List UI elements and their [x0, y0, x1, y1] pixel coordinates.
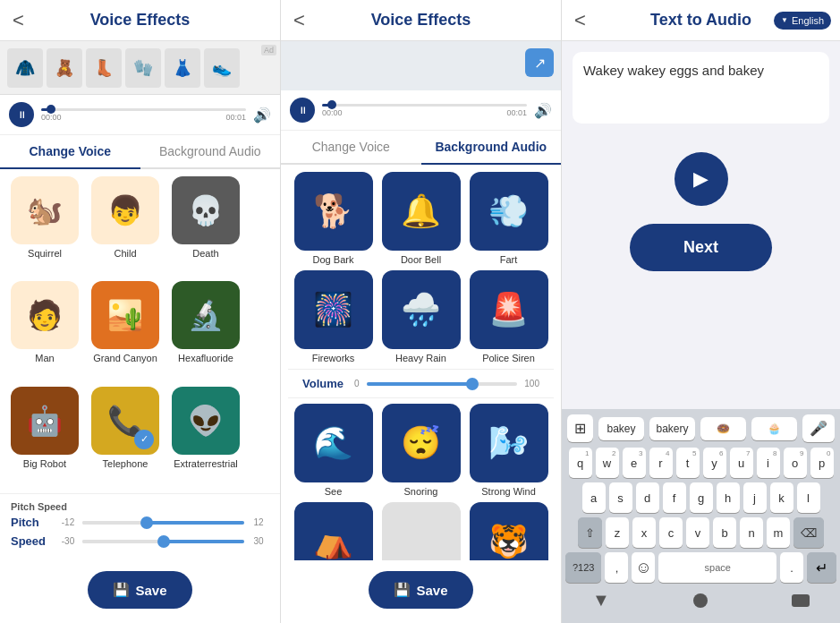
- kb-key-y[interactable]: y6: [703, 448, 726, 478]
- kb-key-a[interactable]: a: [582, 482, 606, 513]
- keyboard-emoji-1[interactable]: 🍩: [700, 417, 746, 440]
- nav-home[interactable]: [693, 593, 708, 608]
- kb-key-q[interactable]: q1: [569, 448, 592, 478]
- voice-item-extraterrestrial[interactable]: 👽 Extraterrestrial: [168, 387, 243, 486]
- pitch-thumb[interactable]: [140, 516, 153, 529]
- kb-enter-key[interactable]: ↵: [807, 552, 836, 583]
- kb-key-u[interactable]: u7: [730, 448, 753, 478]
- kb-key-e[interactable]: e3: [623, 448, 646, 478]
- bg-audio-empty: [380, 502, 462, 560]
- volume-thumb[interactable]: [466, 378, 479, 390]
- panel2-back-button[interactable]: <: [293, 9, 305, 32]
- kb-key-s[interactable]: s: [609, 482, 632, 513]
- kb-backspace-key[interactable]: ⌫: [793, 517, 824, 548]
- nav-recent[interactable]: [792, 594, 810, 607]
- pitch-slider-row: Pitch -12 12: [11, 516, 269, 529]
- english-badge[interactable]: English: [774, 12, 831, 30]
- kb-key-t[interactable]: t5: [676, 448, 700, 478]
- panel1-audio-player: ⏸ 00:00 00:01 🔊: [0, 95, 280, 135]
- voice-item-child[interactable]: 👦 Child: [88, 176, 163, 276]
- panel1-pause-button[interactable]: ⏸: [9, 102, 34, 127]
- bg-audio-fart[interactable]: 💨 Fart: [468, 172, 550, 265]
- kb-num-key[interactable]: ?123: [565, 552, 601, 583]
- panel2-pause-button[interactable]: ⏸: [290, 98, 315, 123]
- voice-thumb-death: 💀: [172, 176, 240, 244]
- keyboard-mic-button[interactable]: 🎤: [802, 414, 835, 442]
- kb-key-h[interactable]: h: [717, 482, 740, 513]
- voice-thumb-grand-canyon: 🏜️: [91, 281, 159, 349]
- panel3-text-input[interactable]: Wakey wakey eggs and bakey: [573, 52, 829, 124]
- panel2-volume-button[interactable]: 🔊: [534, 102, 552, 119]
- bg-audio-door-bell[interactable]: 🔔 Door Bell: [380, 172, 462, 265]
- panel3-back-button[interactable]: <: [574, 9, 586, 32]
- voice-item-telephone[interactable]: 📞 ✓ Telephone: [88, 387, 163, 486]
- kb-shift-key[interactable]: ⇧: [578, 517, 602, 548]
- bg-audio-summer-night[interactable]: ⛺ Summer Night: [293, 502, 375, 560]
- kb-key-v[interactable]: v: [686, 517, 709, 548]
- volume-slider-track[interactable]: [367, 382, 518, 386]
- tab-change-voice[interactable]: Change Voice: [0, 135, 140, 169]
- speed-thumb[interactable]: [157, 535, 170, 548]
- pitch-slider-track[interactable]: [82, 521, 244, 525]
- keyboard-suggestions-row: ⊞ bakey bakery 🍩 🧁 🎤: [565, 414, 836, 442]
- panel1-track-bar[interactable]: [41, 108, 246, 111]
- voice-thumb-extraterrestrial: 👽: [172, 387, 240, 455]
- nav-back-arrow[interactable]: ▼: [592, 590, 610, 610]
- bg-audio-strong-wind[interactable]: 🌬️ Strong Wind: [468, 404, 550, 497]
- panel1-volume-button[interactable]: 🔊: [253, 107, 271, 124]
- bg-audio-police-siren[interactable]: 🚨 Police Siren: [468, 270, 550, 363]
- bg-audio-snoring[interactable]: 😴 Snoring: [380, 404, 462, 497]
- voice-item-grand-canyon[interactable]: 🏜️ Grand Canyon: [88, 281, 163, 380]
- bg-audio-heavy-rain[interactable]: 🌧️ Heavy Rain: [380, 270, 462, 363]
- tab-background-audio-1[interactable]: Background Audio: [140, 135, 281, 167]
- keyboard-emoji-2[interactable]: 🧁: [751, 417, 797, 440]
- kb-key-k[interactable]: k: [770, 482, 793, 513]
- bg-audio-tiger[interactable]: 🐯 Tiger: [468, 502, 550, 560]
- panel-voice-effects-1: < Voice Effects 🧥 🧸 👢 🧤 👗 👟 Ad ⏸ 00:00 0…: [0, 0, 281, 623]
- kb-key-z[interactable]: z: [606, 517, 629, 548]
- panel2-top-area: ↗: [281, 41, 561, 90]
- bg-audio-dog-bark[interactable]: 🐕 Dog Bark: [293, 172, 375, 265]
- voice-item-death[interactable]: 💀 Death: [168, 176, 243, 276]
- direction-icon[interactable]: ↗: [525, 48, 554, 77]
- bg-audio-fireworks[interactable]: 🎆 Fireworks: [293, 270, 375, 363]
- bg-audio-see[interactable]: 🌊 See: [293, 404, 375, 497]
- kb-key-n[interactable]: n: [740, 517, 763, 548]
- panel1-save-button[interactable]: 💾 Save: [88, 571, 191, 609]
- keyboard-suggestion-bakery[interactable]: bakery: [649, 417, 695, 440]
- panel3-play-button[interactable]: ▶: [675, 152, 728, 206]
- keyboard-grid-key[interactable]: ⊞: [567, 414, 593, 442]
- speed-slider-track[interactable]: [82, 540, 244, 543]
- panel3-next-button[interactable]: Next: [630, 224, 772, 271]
- tab-change-voice-2[interactable]: Change Voice: [281, 131, 421, 163]
- kb-key-i[interactable]: i8: [757, 448, 780, 478]
- kb-emoji-key[interactable]: ☺: [632, 552, 655, 583]
- voice-item-man[interactable]: 🧑 Man: [7, 281, 82, 380]
- panel1-save-label: Save: [135, 583, 166, 598]
- kb-key-g[interactable]: g: [690, 482, 713, 513]
- keyboard-suggestion-bakey[interactable]: bakey: [598, 417, 644, 440]
- kb-comma-key[interactable]: ,: [605, 552, 628, 583]
- kb-key-p[interactable]: p0: [810, 448, 834, 478]
- kb-period-key[interactable]: .: [780, 552, 803, 583]
- kb-key-x[interactable]: x: [632, 517, 656, 548]
- kb-key-r[interactable]: r4: [649, 448, 673, 478]
- voice-item-hexafluoride[interactable]: 🔬 Hexafluoride: [168, 281, 243, 380]
- panel2-track-bar[interactable]: [322, 104, 527, 107]
- kb-key-f[interactable]: f: [663, 482, 686, 513]
- kb-key-c[interactable]: c: [659, 517, 683, 548]
- kb-key-j[interactable]: j: [743, 482, 767, 513]
- kb-space-key[interactable]: space: [658, 552, 776, 583]
- kb-key-d[interactable]: d: [636, 482, 659, 513]
- tab-background-audio-2[interactable]: Background Audio: [421, 131, 562, 165]
- voice-item-big-robot[interactable]: 🤖 Big Robot: [7, 387, 82, 486]
- kb-key-m[interactable]: m: [767, 517, 790, 548]
- bg-audio-label-snoring: Snoring: [404, 486, 438, 497]
- voice-item-squirrel[interactable]: 🐿️ Squirrel: [7, 176, 82, 276]
- kb-key-w[interactable]: w2: [596, 448, 619, 478]
- kb-key-l[interactable]: l: [797, 482, 820, 513]
- panel2-save-button[interactable]: 💾 Save: [369, 571, 472, 609]
- kb-key-o[interactable]: o9: [784, 448, 807, 478]
- kb-key-b[interactable]: b: [713, 517, 736, 548]
- panel1-back-button[interactable]: <: [13, 9, 24, 32]
